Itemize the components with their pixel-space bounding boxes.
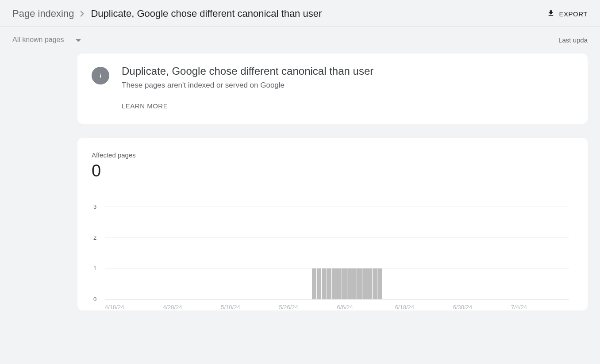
info-title: Duplicate, Google chose different canoni… [122,65,373,77]
chart-bar [342,268,346,299]
chart-bar [352,268,357,299]
chart-bar [332,268,336,299]
x-tick: 6/6/24 [337,304,395,310]
affected-pages-chart: 0123 [105,207,569,299]
x-tick: 5/26/24 [279,304,337,310]
export-label: EXPORT [559,10,588,18]
chart-bar [337,268,342,299]
filter-dropdown[interactable]: All known pages [12,36,81,44]
breadcrumb-current: Duplicate, Google chose different canoni… [91,8,322,19]
affected-pages-label: Affected pages [92,151,573,159]
affected-pages-value: 0 [92,161,573,180]
chart-card: Affected pages 0 0123 4/18/244/28/245/10… [77,138,588,310]
breadcrumb: Page indexing Duplicate, Google chose di… [12,8,322,19]
info-card: Duplicate, Google chose different canoni… [77,54,588,124]
chevron-right-icon [80,8,85,19]
x-tick: 4/28/24 [163,304,221,310]
chart-bar [357,268,362,299]
x-tick: 4/18/24 [105,304,163,310]
info-subtitle: These pages aren't indexed or served on … [122,81,373,90]
chart-bar [377,268,382,299]
chart-bar [312,268,316,299]
chart-bar [367,268,372,299]
x-tick: 6/30/24 [453,304,511,310]
chart-bar [317,268,321,299]
breadcrumb-parent[interactable]: Page indexing [12,8,74,19]
x-tick: 5/10/24 [221,304,279,310]
y-tick: 0 [93,296,96,303]
info-icon [92,67,109,84]
download-icon [547,9,555,19]
chart-bar [373,268,377,299]
x-tick: 6/18/24 [395,304,453,310]
y-tick: 1 [93,265,96,272]
y-tick: 3 [93,203,96,210]
export-button[interactable]: EXPORT [547,9,588,19]
learn-more-button[interactable]: LEARN MORE [122,102,373,110]
y-tick: 2 [93,234,96,241]
chart-bar [347,268,352,299]
chart-bar [362,268,367,299]
chart-bar [322,268,326,299]
last-updated-label: Last upda [558,36,588,44]
caret-down-icon [76,36,81,44]
chart-bar [327,268,331,299]
x-tick: 7/4/24 [511,304,569,310]
filter-selected: All known pages [12,36,64,44]
